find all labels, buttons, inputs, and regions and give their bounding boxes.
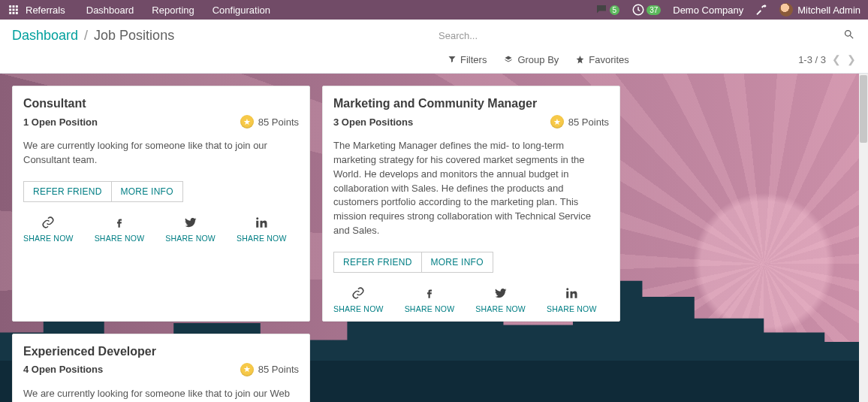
svg-rect-12 [257, 220, 259, 227]
breadcrumb-sep: / [84, 28, 88, 44]
layers-icon [503, 55, 514, 64]
refer-friend-button[interactable]: REFER FRIEND [333, 252, 422, 273]
scrollbar[interactable] [859, 74, 868, 402]
job-cards-grid: Consultant 1 Open Position ★ 85 Points W… [0, 74, 638, 402]
svg-rect-8 [16, 12, 18, 14]
job-title: Experienced Developer [23, 345, 299, 358]
menu-configuration[interactable]: Configuration [212, 5, 270, 16]
points-text: 85 Points [258, 116, 299, 128]
job-description: The Marketing Manager defines the mid- t… [333, 139, 609, 238]
share-linkedin[interactable]: SHARE NOW [237, 214, 287, 243]
twitter-icon [184, 214, 197, 231]
menu-reporting[interactable]: Reporting [152, 5, 194, 16]
company-switcher[interactable]: Demo Company [673, 5, 743, 16]
breadcrumb-dashboard[interactable]: Dashboard [12, 28, 78, 44]
svg-point-10 [845, 31, 851, 37]
more-info-button[interactable]: MORE INFO [112, 181, 183, 202]
top-navbar: Referrals Dashboard Reporting Configurat… [0, 0, 868, 20]
activities-indicator[interactable]: 37 [631, 3, 661, 17]
job-card: Consultant 1 Open Position ★ 85 Points W… [12, 86, 310, 322]
share-label: SHARE NOW [23, 234, 74, 243]
main-menu: Dashboard Reporting Configuration [86, 5, 270, 16]
job-description: We are currently looking for someone lik… [23, 387, 299, 402]
job-description: We are currently looking for someone lik… [23, 139, 299, 168]
share-label: SHARE NOW [405, 304, 455, 313]
facebook-icon [113, 214, 126, 231]
share-label: SHARE NOW [475, 304, 526, 313]
search-box[interactable] [436, 27, 856, 44]
linkedin-icon [255, 214, 268, 231]
share-link[interactable]: SHARE NOW [333, 285, 384, 313]
groupby-label: Group By [517, 54, 559, 65]
developer-tools-icon[interactable] [755, 3, 767, 17]
job-card: Marketing and Community Manager 3 Open P… [322, 86, 620, 322]
app-brand[interactable]: Referrals [26, 5, 65, 16]
pager-text: 1-3 / 3 [798, 54, 826, 65]
svg-line-11 [850, 35, 853, 38]
linkedin-icon [565, 285, 578, 301]
search-input[interactable] [436, 27, 856, 44]
svg-rect-6 [9, 12, 11, 14]
share-label: SHARE NOW [237, 234, 287, 243]
action-buttons: REFER FRIEND MORE INFO [23, 181, 299, 202]
share-label: SHARE NOW [333, 304, 384, 313]
share-twitter[interactable]: SHARE NOW [475, 285, 526, 313]
share-row: SHARE NOW SHARE NOW SHARE NOW SHARE NOW [333, 280, 609, 313]
activities-count: 37 [646, 5, 661, 15]
open-positions: 4 Open Positions [23, 364, 103, 375]
scrollbar-thumb[interactable] [860, 75, 867, 143]
svg-rect-2 [16, 5, 18, 8]
share-twitter[interactable]: SHARE NOW [165, 214, 215, 243]
funnel-icon [448, 55, 457, 64]
messages-indicator[interactable]: 5 [595, 3, 620, 17]
favorites-button[interactable]: Favorites [575, 54, 628, 65]
clock-icon [631, 3, 645, 17]
share-facebook[interactable]: SHARE NOW [405, 285, 455, 313]
control-panel: Dashboard / Job Positions Filters Group … [0, 20, 868, 74]
favorites-label: Favorites [589, 54, 628, 65]
svg-rect-5 [16, 9, 18, 11]
link-icon [351, 285, 365, 301]
share-label: SHARE NOW [165, 234, 215, 243]
user-name: Mitchell Admin [797, 5, 860, 16]
search-options: Filters Group By Favorites [448, 54, 629, 65]
pager-next[interactable]: ❯ [847, 53, 856, 65]
star-badge-icon: ★ [240, 115, 254, 128]
user-menu[interactable]: Mitchell Admin [779, 3, 860, 17]
open-positions: 3 Open Positions [333, 116, 413, 128]
more-info-button[interactable]: MORE INFO [422, 252, 493, 273]
link-icon [41, 214, 55, 231]
share-facebook[interactable]: SHARE NOW [95, 214, 145, 243]
breadcrumb-current: Job Positions [94, 28, 174, 44]
groupby-button[interactable]: Group By [503, 54, 559, 65]
job-title: Consultant [23, 97, 299, 110]
star-badge-icon: ★ [240, 363, 254, 376]
open-positions: 1 Open Position [23, 116, 98, 128]
svg-point-13 [257, 217, 259, 219]
share-link[interactable]: SHARE NOW [23, 214, 74, 243]
content-area: Consultant 1 Open Position ★ 85 Points W… [0, 74, 868, 402]
avatar [779, 3, 793, 17]
search-icon[interactable] [843, 29, 854, 42]
menu-dashboard[interactable]: Dashboard [86, 5, 134, 16]
share-linkedin[interactable]: SHARE NOW [547, 285, 597, 313]
share-row: SHARE NOW SHARE NOW SHARE NOW SHARE NOW [23, 210, 299, 243]
job-title: Marketing and Community Manager [333, 97, 609, 110]
star-icon [575, 55, 585, 65]
pager-prev[interactable]: ❮ [832, 53, 841, 65]
filters-label: Filters [460, 54, 487, 65]
svg-point-15 [567, 288, 569, 290]
svg-rect-4 [13, 9, 15, 11]
facebook-icon [423, 285, 436, 301]
points-badge: ★ 85 Points [240, 363, 299, 376]
job-card: Experienced Developer 4 Open Positions ★… [12, 334, 310, 402]
svg-rect-0 [9, 5, 11, 8]
apps-icon[interactable] [8, 4, 20, 16]
twitter-icon [494, 285, 508, 301]
star-badge-icon: ★ [550, 115, 564, 128]
refer-friend-button[interactable]: REFER FRIEND [23, 181, 112, 202]
points-text: 85 Points [568, 116, 609, 128]
messages-count: 5 [610, 5, 620, 15]
filters-button[interactable]: Filters [448, 54, 487, 65]
points-badge: ★ 85 Points [550, 115, 609, 128]
